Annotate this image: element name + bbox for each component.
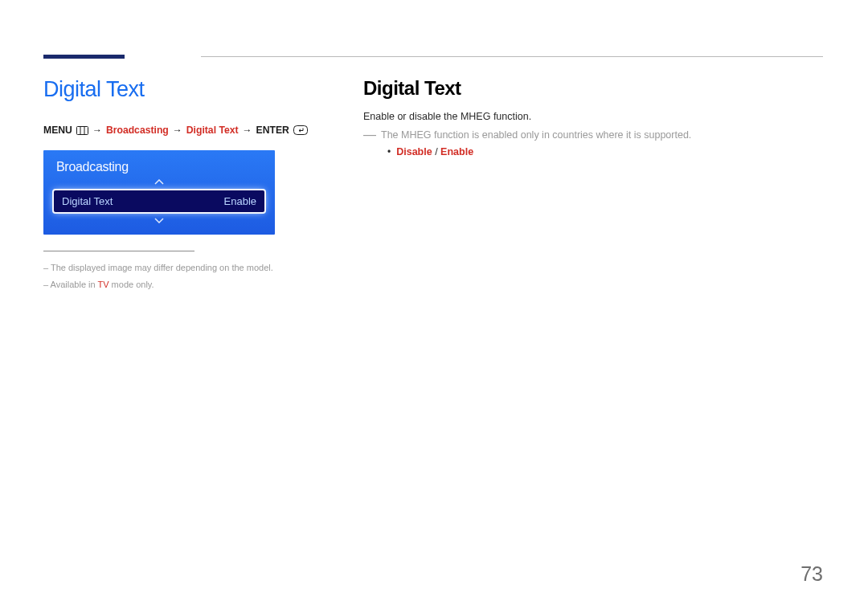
arrow-icon: →	[243, 125, 252, 136]
footnote-2-suffix: mode only.	[109, 280, 154, 289]
footnote-2-red: TV	[97, 280, 108, 289]
menu-icon	[76, 126, 88, 135]
chevron-down-icon[interactable]	[51, 215, 267, 225]
breadcrumb: MENU → Broadcasting → Digital Text → ENT…	[43, 125, 325, 136]
svg-rect-0	[76, 126, 88, 134]
section-title-left: Digital Text	[43, 77, 325, 102]
arrow-icon: →	[92, 125, 102, 136]
option-enable: Enable	[440, 146, 473, 157]
chevron-up-icon[interactable]	[51, 178, 267, 187]
osd-row-digital-text[interactable]: Digital Text Enable	[54, 190, 264, 212]
header-accent-bar	[43, 55, 125, 59]
breadcrumb-broadcasting: Broadcasting	[106, 125, 169, 136]
breadcrumb-menu: MENU	[43, 125, 72, 136]
bullet-icon: •	[387, 147, 391, 157]
footnote-2-prefix: – Available in	[43, 280, 97, 289]
osd-panel-title: Broadcasting	[51, 158, 267, 174]
page-number: 73	[800, 562, 823, 586]
section-description: Enable or disable the MHEG function.	[363, 111, 829, 122]
osd-panel: Broadcasting Digital Text Enable	[43, 150, 275, 235]
header-divider	[201, 56, 823, 57]
footnote-2: – Available in TV mode only.	[43, 276, 325, 293]
enter-icon	[293, 125, 308, 135]
option-disable: Disable	[396, 146, 432, 157]
arrow-icon: →	[173, 125, 182, 136]
support-note: ― The MHEG function is enabled only in c…	[363, 127, 829, 144]
support-note-text: The MHEG function is enabled only in cou…	[381, 127, 691, 144]
breadcrumb-enter: ENTER	[256, 125, 289, 136]
footnote-1: – The displayed image may differ dependi…	[43, 260, 325, 276]
footnote-divider	[43, 251, 194, 251]
osd-row-value: Enable	[224, 195, 256, 207]
section-title-right: Digital Text	[363, 77, 829, 100]
option-list: • Disable / Enable	[387, 146, 829, 157]
breadcrumb-digital-text: Digital Text	[186, 125, 239, 136]
dash-icon: ―	[363, 127, 376, 144]
osd-row-label: Digital Text	[62, 195, 113, 207]
